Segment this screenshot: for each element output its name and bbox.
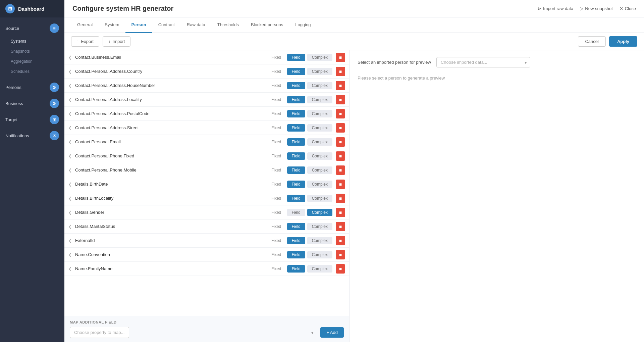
table-row: ❮ Contact.Personal.Address.PostalCode Fi…: [64, 107, 349, 121]
complex-type-button[interactable]: Complex: [307, 96, 332, 103]
sidebar-group-target[interactable]: Target ⊞: [0, 111, 64, 128]
complex-type-button[interactable]: Complex: [307, 110, 332, 117]
field-type-button[interactable]: Field: [287, 82, 305, 89]
chevron-icon[interactable]: ❮: [68, 55, 72, 60]
sidebar-group-business[interactable]: Business ⚙: [0, 95, 64, 111]
sidebar-item-aggregation[interactable]: Aggregation: [0, 56, 64, 66]
chevron-icon[interactable]: ❮: [68, 111, 72, 116]
field-type-button[interactable]: Field: [287, 68, 305, 75]
complex-type-button[interactable]: Complex: [307, 209, 332, 216]
delete-field-button[interactable]: ■: [336, 180, 345, 189]
chevron-icon[interactable]: ❮: [68, 97, 72, 102]
field-type-button[interactable]: Field: [287, 223, 305, 230]
tab-logging[interactable]: Logging: [289, 17, 317, 33]
field-type-button[interactable]: Field: [287, 265, 305, 273]
import-button[interactable]: ↓ Import: [103, 36, 130, 47]
tab-raw-data[interactable]: Raw data: [181, 17, 211, 33]
tab-person[interactable]: Person: [125, 17, 152, 33]
sidebar-item-systems[interactable]: Systems: [0, 36, 64, 46]
sidebar-group-persons[interactable]: Persons ⚙: [0, 79, 64, 95]
field-type-button[interactable]: Field: [287, 96, 305, 103]
delete-field-button[interactable]: ■: [336, 165, 345, 175]
delete-field-button[interactable]: ■: [336, 137, 345, 147]
cancel-button[interactable]: Cancel: [578, 36, 605, 47]
chevron-icon[interactable]: ❮: [68, 238, 72, 243]
fields-scroll[interactable]: ❮ Contact.Business.Email Fixed Field Com…: [64, 50, 349, 316]
delete-field-button[interactable]: ■: [336, 208, 345, 217]
preview-person-select[interactable]: Choose imported data...: [436, 57, 530, 67]
sidebar-group-source[interactable]: Source ≡: [0, 20, 64, 36]
chevron-icon[interactable]: ❮: [68, 266, 72, 271]
chevron-icon[interactable]: ❮: [68, 252, 72, 257]
delete-field-button[interactable]: ■: [336, 222, 345, 231]
complex-type-button[interactable]: Complex: [307, 223, 332, 230]
sidebar-item-schedules[interactable]: Schedules: [0, 66, 64, 77]
delete-field-button[interactable]: ■: [336, 194, 345, 203]
close-button[interactable]: ✕ Close: [620, 6, 636, 11]
chevron-icon[interactable]: ❮: [68, 196, 72, 201]
complex-type-button[interactable]: Complex: [307, 54, 332, 61]
field-type-button[interactable]: Field: [287, 181, 305, 188]
complex-type-button[interactable]: Complex: [307, 195, 332, 202]
delete-field-button[interactable]: ■: [336, 250, 345, 259]
field-type-button[interactable]: Field: [287, 166, 305, 174]
complex-type-button[interactable]: Complex: [307, 138, 332, 146]
page-title: Configure system HR generator: [72, 5, 173, 12]
delete-field-button[interactable]: ■: [336, 109, 345, 118]
field-type-button[interactable]: Field: [287, 54, 305, 61]
chevron-icon[interactable]: ❮: [68, 83, 72, 88]
complex-type-button[interactable]: Complex: [307, 181, 332, 188]
field-type-button[interactable]: Field: [287, 237, 305, 244]
complex-type-button[interactable]: Complex: [307, 265, 332, 273]
toolbar-left: ↑ Export ↓ Import: [71, 36, 130, 47]
field-type-button[interactable]: Field: [287, 138, 305, 146]
sidebar-group-business-label: Business: [5, 101, 23, 106]
complex-type-button[interactable]: Complex: [307, 251, 332, 258]
export-button[interactable]: ↑ Export: [71, 36, 99, 47]
tab-contract[interactable]: Contract: [152, 17, 181, 33]
import-raw-data-button[interactable]: ⊳ Import raw data: [538, 6, 573, 11]
delete-field-button[interactable]: ■: [336, 264, 345, 274]
chevron-icon[interactable]: ❮: [68, 224, 72, 229]
complex-type-button[interactable]: Complex: [307, 124, 332, 132]
complex-type-button[interactable]: Complex: [307, 237, 332, 244]
add-field-button[interactable]: + Add: [320, 327, 344, 338]
delete-field-button[interactable]: ■: [336, 67, 345, 76]
sidebar-group-notifications[interactable]: Notifications ✉: [0, 128, 64, 144]
chevron-icon[interactable]: ❮: [68, 168, 72, 173]
delete-field-button[interactable]: ■: [336, 236, 345, 245]
complex-type-button[interactable]: Complex: [307, 68, 332, 75]
chevron-icon[interactable]: ❮: [68, 140, 72, 144]
complex-type-button[interactable]: Complex: [307, 166, 332, 174]
new-snapshot-button[interactable]: ▷ New snapshot: [580, 6, 612, 11]
tab-system[interactable]: System: [99, 17, 125, 33]
field-type-button[interactable]: Field: [287, 195, 305, 202]
delete-field-button[interactable]: ■: [336, 151, 345, 161]
apply-button[interactable]: Apply: [609, 36, 637, 47]
chevron-icon[interactable]: ❮: [68, 182, 72, 187]
field-type-button[interactable]: Field: [287, 124, 305, 132]
chevron-icon[interactable]: ❮: [68, 154, 72, 158]
complex-type-button[interactable]: Complex: [307, 82, 332, 89]
tab-general[interactable]: General: [71, 17, 99, 33]
delete-field-button[interactable]: ■: [336, 53, 345, 62]
field-type-button[interactable]: Field: [287, 110, 305, 117]
field-type-button[interactable]: Field: [287, 152, 305, 160]
field-type-button[interactable]: Field: [287, 251, 305, 258]
chevron-icon[interactable]: ❮: [68, 126, 72, 130]
sidebar-item-snapshots[interactable]: Snapshots: [0, 46, 64, 56]
complex-type-button[interactable]: Complex: [307, 152, 332, 160]
delete-field-button[interactable]: ■: [336, 95, 345, 104]
field-name-label: Details.BirthLocality: [75, 196, 270, 201]
chevron-icon[interactable]: ❮: [68, 69, 72, 74]
sidebar-logo[interactable]: ⊞ Dashboard: [0, 0, 64, 17]
tab-thresholds[interactable]: Thresholds: [211, 17, 245, 33]
chevron-icon[interactable]: ❮: [68, 210, 72, 215]
field-type-button[interactable]: Field: [287, 209, 305, 216]
target-group-icon: ⊞: [50, 115, 59, 124]
delete-field-button[interactable]: ■: [336, 81, 345, 90]
table-row: ❮ Contact.Personal.Address.Country Fixed…: [64, 64, 349, 79]
tab-blocked-persons[interactable]: Blocked persons: [245, 17, 289, 33]
map-property-select[interactable]: Choose property to map...: [70, 327, 129, 338]
delete-field-button[interactable]: ■: [336, 123, 345, 133]
